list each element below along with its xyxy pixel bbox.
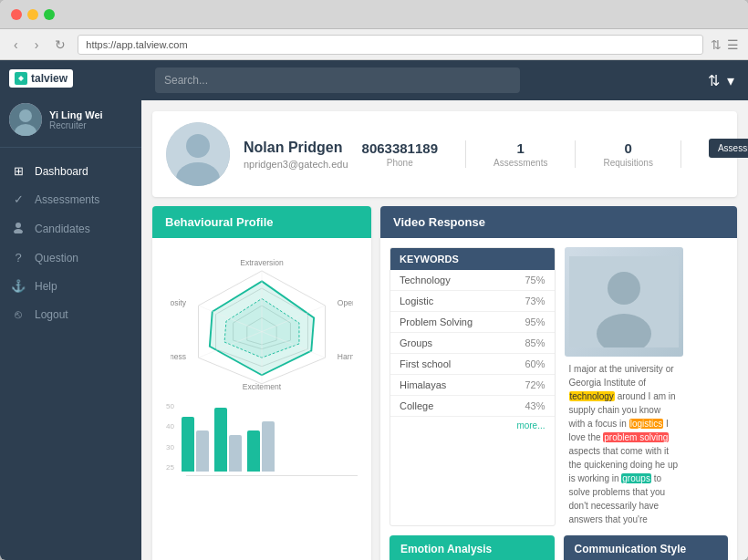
- keyword-row: Technology 75%: [390, 270, 555, 291]
- browser-window: ‹ › ↻ ⇅ ☰ talview: [0, 0, 748, 560]
- right-panel-top: KEYWORDS Technology 75% Logistic 73%: [380, 238, 737, 535]
- refresh-button[interactable]: ↻: [50, 36, 70, 54]
- minimize-button[interactable]: [27, 9, 38, 20]
- svg-point-2: [19, 109, 32, 122]
- svg-point-4: [16, 223, 21, 228]
- sidebar: talview Yi Ling Wei Recruiter: [0, 60, 141, 560]
- filter-icon[interactable]: ⇅: [708, 72, 720, 89]
- dropdown-icon[interactable]: ▾: [727, 72, 734, 89]
- sidebar-item-assessments[interactable]: ✓ Assessments: [0, 185, 141, 213]
- more-link[interactable]: more...: [390, 417, 555, 434]
- menu-icon[interactable]: ☰: [727, 37, 739, 52]
- sidebar-item-label: Dashboard: [35, 165, 88, 178]
- stat-divider-3: [680, 140, 681, 168]
- keyword-pct: 73%: [525, 296, 545, 306]
- transcript-text: I major at the university or Georgia Ins…: [565, 362, 683, 526]
- phone-stat: 8063381189 Phone: [362, 140, 438, 168]
- sidebar-item-label: Question: [35, 252, 78, 264]
- close-button[interactable]: [11, 9, 22, 20]
- assessments-stat: 1 Assessments: [493, 140, 547, 168]
- keyword-word: College: [400, 400, 433, 411]
- stat-divider: [465, 140, 466, 168]
- behavioural-profile-header: Behavioural Profile: [152, 206, 371, 238]
- communication-style-panel: Communication Style: [564, 535, 729, 560]
- sidebar-item-candidates[interactable]: Candidates: [0, 213, 141, 244]
- sidebar-item-label: Assessments: [35, 193, 99, 206]
- svg-text:Closeness: Closeness: [171, 352, 186, 361]
- keywords-header: KEYWORDS: [390, 248, 555, 270]
- phone-label: Phone: [362, 158, 438, 168]
- emotion-analysis-panel: Emotion Analysis: [390, 535, 555, 560]
- status-stat: Assessment Scheduled Status: [709, 139, 748, 170]
- requisitions-label: Requisitions: [603, 158, 652, 168]
- svg-point-25: [608, 272, 640, 305]
- video-response-body: KEYWORDS Technology 75% Logistic 73%: [380, 238, 737, 560]
- communication-style-header: Communication Style: [564, 535, 729, 560]
- sidebar-item-help[interactable]: ⚓ Help: [0, 272, 141, 300]
- svg-text:Extraversion: Extraversion: [240, 258, 284, 267]
- keyword-pct: 85%: [525, 337, 545, 348]
- dashboard-row: Behavioural Profile Extraversion Opennes…: [152, 206, 737, 560]
- svg-point-5: [14, 229, 23, 233]
- keyword-word: First school: [400, 358, 451, 369]
- sidebar-item-label: Candidates: [35, 223, 90, 235]
- sidebar-item-label: Help: [35, 280, 57, 293]
- sidebar-item-dashboard[interactable]: ⊞ Dashboard: [0, 157, 141, 185]
- keyword-pct: 72%: [525, 379, 545, 390]
- status-label: Status: [709, 160, 748, 170]
- svg-text:Openness: Openness: [338, 298, 353, 307]
- user-info: Yi Ling Wei Recruiter: [49, 109, 103, 130]
- logo-icon: [15, 72, 27, 85]
- keyword-row: Himalayas 72%: [390, 375, 555, 396]
- keyword-word: Himalayas: [400, 379, 446, 390]
- anchor-icon: ⚓: [11, 279, 26, 293]
- content-area: Nolan Pridgen npridgen3@gatech.edu 80633…: [141, 100, 748, 560]
- address-bar[interactable]: [78, 35, 703, 55]
- phone-value: 8063381189: [362, 140, 438, 156]
- sidebar-logo: talview: [0, 60, 141, 92]
- keyword-row: College 43%: [390, 396, 555, 417]
- keyword-pct: 95%: [525, 316, 545, 327]
- check-icon: ✓: [11, 192, 26, 206]
- video-thumbnail[interactable]: [565, 247, 683, 357]
- keyword-row: Groups 85%: [390, 333, 555, 354]
- sidebar-item-question[interactable]: ? Question: [0, 244, 141, 272]
- keyword-word: Groups: [400, 337, 432, 348]
- behavioural-profile-body: Extraversion Openness Harmony Excitement…: [152, 238, 371, 489]
- keyword-pct: 60%: [525, 358, 545, 369]
- browser-toolbar: ‹ › ↻ ⇅ ☰: [0, 29, 748, 60]
- user-role: Recruiter: [49, 120, 103, 130]
- search-input[interactable]: [155, 67, 520, 93]
- svg-text:Harmony: Harmony: [338, 352, 353, 361]
- back-button[interactable]: ‹: [9, 36, 23, 54]
- svg-point-7: [186, 134, 210, 158]
- status-badge: Assessment Scheduled: [709, 139, 748, 158]
- keyword-word: Logistic: [400, 296, 433, 306]
- settings-icon[interactable]: ⇅: [711, 37, 722, 52]
- requisitions-value: 0: [603, 140, 652, 156]
- sidebar-item-label: Logout: [35, 308, 68, 321]
- video-response-header: Video Response: [380, 206, 737, 238]
- main-content: ⇅ ▾ Nolan Pridgen: [141, 60, 748, 560]
- person-icon: [11, 221, 26, 236]
- app-container: talview Yi Ling Wei Recruiter: [0, 60, 748, 560]
- profile-name: Nolan Pridgen: [244, 140, 348, 156]
- keyword-row: Problem Solving 95%: [390, 312, 555, 333]
- forward-button[interactable]: ›: [30, 36, 44, 54]
- user-name: Yi Ling Wei: [49, 109, 103, 120]
- dashboard-icon: ⊞: [11, 164, 26, 178]
- sidebar-item-logout[interactable]: ⎋ Logout: [0, 300, 141, 328]
- keywords-table: KEYWORDS Technology 75% Logistic 73%: [390, 247, 556, 526]
- toolbar-icons: ⇅ ☰: [711, 37, 739, 52]
- avatar: [9, 103, 42, 136]
- logo-text: talview: [31, 72, 68, 85]
- question-icon: ?: [11, 251, 26, 264]
- stat-divider-2: [575, 140, 576, 168]
- profile-email: npridgen3@gatech.edu: [244, 159, 348, 170]
- video-section: I major at the university or Georgia Ins…: [565, 247, 729, 526]
- profile-info: Nolan Pridgen npridgen3@gatech.edu: [244, 140, 348, 170]
- bottom-panels-row: Emotion Analysis: [380, 535, 737, 560]
- logo-box: talview: [9, 69, 73, 88]
- maximize-button[interactable]: [44, 9, 55, 20]
- keyword-row: First school 60%: [390, 354, 555, 375]
